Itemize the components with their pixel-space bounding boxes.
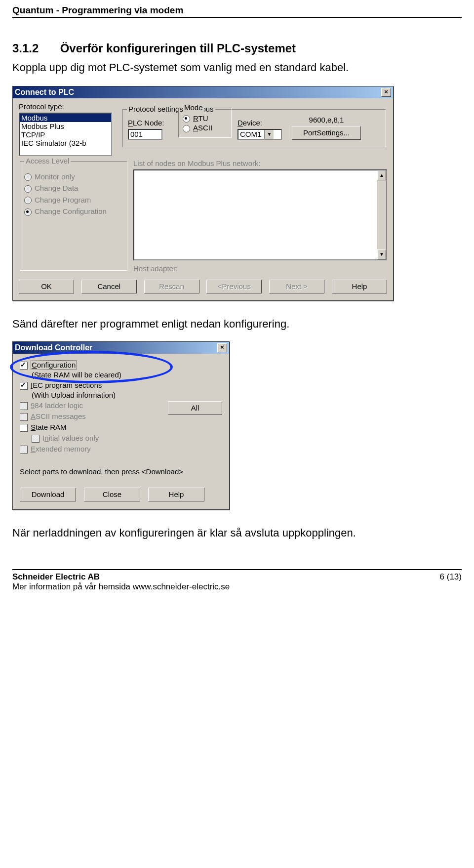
dialog-title: Download Controller bbox=[15, 343, 92, 352]
checkbox-state-ram[interactable] bbox=[20, 424, 28, 432]
checkbox-iec[interactable] bbox=[20, 382, 28, 390]
opt-ext-label: Extended memory bbox=[31, 445, 91, 453]
host-adapter-label: Host adapter: bbox=[133, 264, 387, 273]
checkbox-984 bbox=[20, 402, 28, 410]
help-button[interactable]: Help bbox=[148, 488, 204, 501]
mode-rtu-label: RTU bbox=[193, 114, 208, 123]
dialog-title: Connect to PLC bbox=[15, 88, 74, 97]
device-label: Device: bbox=[237, 119, 287, 127]
checkbox-extended-memory bbox=[20, 446, 28, 454]
close-button[interactable]: Close bbox=[84, 488, 140, 501]
connect-to-plc-dialog: Connect to PLC × Protocol type: Modbus M… bbox=[12, 86, 394, 301]
radio-rtu[interactable] bbox=[183, 115, 190, 123]
doc-header: Quantum - Programmering via modem bbox=[12, 5, 462, 18]
scroll-down-icon: ▼ bbox=[377, 249, 386, 259]
radio-monitor-only bbox=[24, 173, 32, 181]
mode-legend: Mode bbox=[183, 103, 204, 112]
device-value: COM1 bbox=[238, 130, 264, 139]
opt-iec-label: IEC program sections bbox=[31, 381, 102, 389]
close-icon[interactable]: × bbox=[381, 88, 391, 97]
checkbox-configuration[interactable] bbox=[20, 362, 28, 370]
device-dropdown[interactable]: COM1 ▼ bbox=[237, 129, 282, 140]
nodes-list-label: List of nodes on Modbus Plus network: bbox=[133, 159, 387, 167]
opt-initial-label: Initial values only bbox=[42, 434, 99, 442]
access-option-label: Change Data bbox=[35, 184, 78, 192]
serial-summary: 9600,e,8,1 bbox=[292, 116, 361, 124]
section-title: Överför konfigureringen till PLC-systeme… bbox=[60, 41, 296, 55]
radio-ascii[interactable] bbox=[183, 125, 190, 132]
radio-change-configuration bbox=[24, 208, 32, 216]
radio-change-data bbox=[24, 185, 32, 193]
checkbox-ascii-msg bbox=[20, 413, 28, 421]
cancel-button[interactable]: Cancel bbox=[81, 280, 137, 293]
chevron-down-icon[interactable]: ▼ bbox=[264, 130, 274, 139]
page-footer: Schneider Electric AB Mer information på… bbox=[12, 569, 462, 592]
download-button[interactable]: Download bbox=[20, 488, 76, 501]
radio-change-program bbox=[24, 197, 32, 204]
access-option-label: Change Program bbox=[35, 196, 91, 204]
download-controller-dialog: Download Controller × Configuration (Sta… bbox=[12, 341, 230, 510]
list-item[interactable]: TCP/IP bbox=[20, 130, 111, 139]
footer-info: Mer information på vår hemsida www.schne… bbox=[12, 582, 230, 592]
section-number: 3.1.2 bbox=[12, 41, 57, 55]
intro-text: Koppla upp dig mot PLC-systemet som vanl… bbox=[12, 60, 462, 75]
list-item[interactable]: Modbus bbox=[20, 114, 111, 122]
section-heading: 3.1.2 Överför konfigureringen till PLC-s… bbox=[12, 41, 462, 55]
help-button[interactable]: Help bbox=[332, 280, 387, 293]
list-item[interactable]: Modbus Plus bbox=[20, 122, 111, 130]
protocol-type-label: Protocol type: bbox=[19, 102, 118, 111]
mid-text: Sänd därefter ner programmet enligt neda… bbox=[12, 318, 462, 331]
scroll-up-icon: ▲ bbox=[377, 170, 386, 180]
opt-configuration-label: Configuration bbox=[31, 360, 77, 370]
opt-configuration-sub: (State RAM will be cleared) bbox=[32, 371, 222, 379]
opt-iec-sub: (With Upload information) bbox=[32, 391, 222, 399]
download-hint: Select parts to download, then press <Do… bbox=[20, 467, 222, 476]
plc-node-input[interactable] bbox=[128, 129, 162, 140]
opt-state-label: State RAM bbox=[31, 423, 67, 431]
protocol-type-listbox[interactable]: Modbus Modbus Plus TCP/IP IEC Simulator … bbox=[19, 113, 112, 156]
previous-button: < Previous bbox=[206, 280, 262, 293]
access-option-label: Monitor only bbox=[35, 172, 75, 181]
close-icon[interactable]: × bbox=[217, 343, 227, 352]
plc-node-label: PLC Node: bbox=[128, 119, 172, 127]
mode-ascii-label: ASCII bbox=[193, 124, 212, 132]
list-item[interactable]: IEC Simulator (32-b bbox=[20, 139, 111, 147]
opt-984-label: 984 ladder logic bbox=[31, 401, 83, 410]
ok-button[interactable]: OK bbox=[19, 280, 74, 293]
all-button[interactable]: All bbox=[168, 401, 222, 415]
access-option-label: Change Configuration bbox=[35, 207, 107, 215]
nodes-listbox: ▲ ▼ bbox=[133, 169, 387, 260]
footclaimant-company: Schneider Electric AB bbox=[12, 572, 230, 582]
rescan-button: Rescan bbox=[144, 280, 199, 293]
port-settings-button[interactable]: Port Settings... bbox=[292, 126, 361, 140]
access-level-legend: Access Level bbox=[24, 157, 71, 165]
page-number: 6 (13) bbox=[440, 572, 462, 592]
end-text: När nerladdningen av konfigureringen är … bbox=[12, 527, 462, 539]
next-button: Next > bbox=[269, 280, 324, 293]
checkbox-initial-values bbox=[32, 435, 40, 443]
opt-ascii-label: ASCII messages bbox=[31, 412, 86, 420]
scrollbar: ▲ ▼ bbox=[377, 170, 386, 259]
